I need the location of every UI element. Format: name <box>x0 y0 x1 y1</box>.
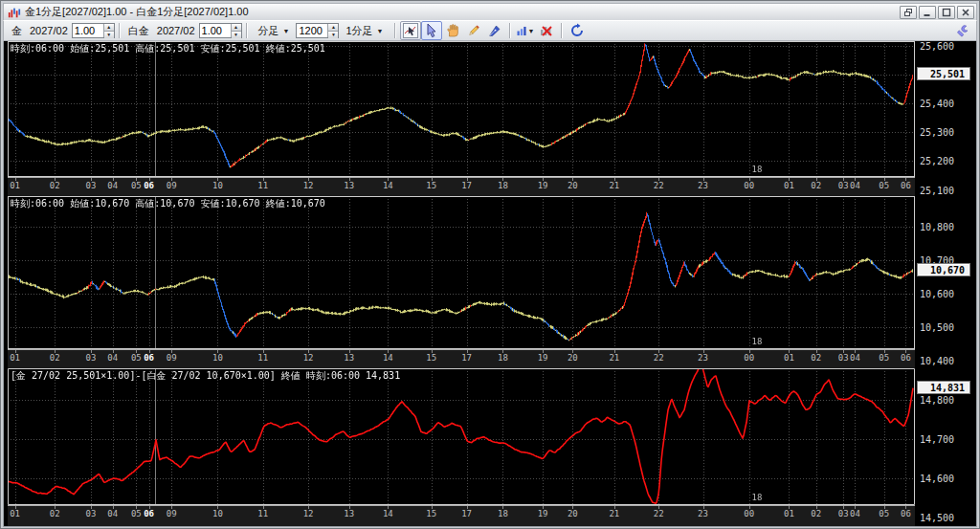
time-label: 01 <box>6 181 25 190</box>
platinum-multiplier-input[interactable] <box>200 24 231 37</box>
time-label: 22 <box>649 181 668 190</box>
period-type-dropdown[interactable]: 分足 ▼ <box>254 22 295 40</box>
price-axis-gold-1min-candles: 25,60025,50025,40025,30025,20025,10025,5… <box>915 41 974 196</box>
price-tick-label: 14,600 <box>920 474 954 484</box>
pan-hand-icon <box>445 23 460 38</box>
time-label: 17 <box>457 353 477 363</box>
app-window: 金1分足[2027/02]1.00 - 白金1分足[2027/02]1.00 金 <box>0 0 980 529</box>
toolbar-separator <box>246 23 248 38</box>
time-label: 21 <box>605 353 624 363</box>
time-label: 18 <box>493 181 512 190</box>
chart-panel-gold-1min-candles: 時刻:06:00 始値:25,501 高値:25,501 安値:25,501 終… <box>4 41 976 196</box>
time-label: 15 <box>422 353 441 363</box>
crosshair-mode-button[interactable] <box>400 21 421 40</box>
chart-type-button[interactable]: ▼ <box>515 21 536 40</box>
pencil-draw-button[interactable] <box>463 21 484 40</box>
time-label: 00 <box>740 509 759 518</box>
pan-hand-button[interactable] <box>442 21 463 40</box>
maximize-button[interactable] <box>938 6 955 19</box>
price-axis-platinum-1min-candles: 10,80010,70010,60010,50010,40010,670 <box>915 196 974 368</box>
crosshair-mode-icon <box>403 23 418 38</box>
toolbar: 金 2027/02 ▲▼ 白金 2027/02 ▲▼ 分足 ▼ ▲▼ 1分足 ▼ <box>3 20 977 41</box>
line-draw-button[interactable] <box>484 21 505 40</box>
bar-count-input[interactable] <box>297 24 327 37</box>
refresh-button[interactable] <box>567 21 588 40</box>
bar-count-up[interactable]: ▲ <box>328 24 338 31</box>
time-label: 10 <box>208 181 227 190</box>
time-label: 02 <box>45 509 64 518</box>
time-label: 19 <box>533 181 552 190</box>
time-label: 18 <box>493 509 512 518</box>
price-tick-label: 25,300 <box>920 127 954 138</box>
time-label: 04 <box>103 353 122 363</box>
settings-wrench-icon <box>955 24 969 38</box>
close-button[interactable] <box>957 6 974 19</box>
time-label: 01 <box>6 509 25 518</box>
time-label: 11 <box>254 181 273 190</box>
platinum-multiplier-spinner[interactable]: ▲▼ <box>199 23 242 38</box>
time-label: 18 <box>493 353 512 363</box>
gold-multiplier-up[interactable]: ▲ <box>104 24 114 31</box>
time-label: 06 <box>140 181 159 190</box>
time-label: 05 <box>875 509 894 518</box>
time-axis-gold-1min-candles: 0102030405060910111213141517181920212223… <box>8 177 915 196</box>
toolbar-separator <box>394 23 396 38</box>
price-tick-label: 14,800 <box>920 395 954 406</box>
minimize-button[interactable] <box>919 6 936 19</box>
price-tick-label: 14,500 <box>920 513 954 523</box>
clear-drawings-button[interactable] <box>536 21 557 40</box>
chart-panel-platinum-1min-candles: 時刻:06:00 始値:10,670 高値:10,670 安値:10,670 終… <box>4 196 976 368</box>
time-label: 02 <box>45 353 64 363</box>
price-tick-label: 25,600 <box>920 41 954 52</box>
canvas-gold-platinum-spread[interactable] <box>8 368 915 505</box>
time-label: 04 <box>845 181 864 190</box>
canvas-gold-1min-candles[interactable] <box>8 41 915 177</box>
time-label: 09 <box>162 353 181 363</box>
settings-wrench-button[interactable] <box>951 21 972 40</box>
time-axis-platinum-1min-candles: 0102030405060910111213141517181920212223… <box>8 349 915 368</box>
price-axis-gold-platinum-spread: 14,80014,70014,60014,50014,831 <box>915 368 974 527</box>
time-label: 12 <box>299 181 318 190</box>
time-label: 17 <box>457 181 477 190</box>
time-label: 05 <box>875 181 894 190</box>
time-label: 04 <box>103 509 122 518</box>
time-label: 03 <box>81 353 100 363</box>
interval-dropdown[interactable]: 1分足 ▼ <box>341 22 388 40</box>
time-label: 00 <box>740 181 759 190</box>
price-tick-label: 10,600 <box>920 289 954 299</box>
time-axis-gold-platinum-spread: 0102030405060910111213141517181920212223… <box>8 505 915 527</box>
bar-count-spinner[interactable]: ▲▼ <box>296 23 339 38</box>
time-label: 13 <box>340 181 359 190</box>
time-label: 19 <box>533 509 552 518</box>
plot-gold-1min-candles: 時刻:06:00 始値:25,501 高値:25,501 安値:25,501 終… <box>8 41 915 177</box>
toolbar-separator <box>509 23 511 38</box>
time-label: 06 <box>140 353 159 363</box>
bar-count-down[interactable]: ▼ <box>328 31 338 38</box>
interval-label: 1分足 <box>345 24 372 38</box>
gold-multiplier-down[interactable]: ▼ <box>104 31 114 38</box>
platinum-multiplier-up[interactable]: ▲ <box>232 24 241 31</box>
gold-multiplier-input[interactable] <box>73 24 103 37</box>
time-label: 06 <box>896 181 915 190</box>
chart-area: 時刻:06:00 始値:25,501 高値:25,501 安値:25,501 終… <box>3 41 977 527</box>
time-label: 14 <box>378 353 397 363</box>
detach-window-button[interactable] <box>900 6 917 19</box>
price-tick-label: 10,800 <box>920 222 954 232</box>
time-label: 11 <box>254 353 273 363</box>
time-label: 15 <box>422 181 441 190</box>
time-label: 03 <box>81 181 100 190</box>
gold-multiplier-spinner[interactable]: ▲▼ <box>72 23 115 38</box>
select-arrow-button[interactable] <box>421 21 442 40</box>
time-label: 10 <box>208 509 227 518</box>
time-label: 20 <box>563 509 582 518</box>
time-label: 06 <box>896 353 915 363</box>
platinum-multiplier-down[interactable]: ▼ <box>232 31 241 38</box>
app-icon <box>8 6 21 19</box>
platinum-label: 白金 <box>128 24 149 38</box>
time-label: 01 <box>6 353 25 363</box>
time-label: 14 <box>378 509 397 518</box>
maximize-icon <box>942 8 951 17</box>
time-label: 04 <box>845 509 864 518</box>
gold-contract: 2027/02 <box>30 25 68 36</box>
canvas-platinum-1min-candles[interactable] <box>8 196 915 349</box>
